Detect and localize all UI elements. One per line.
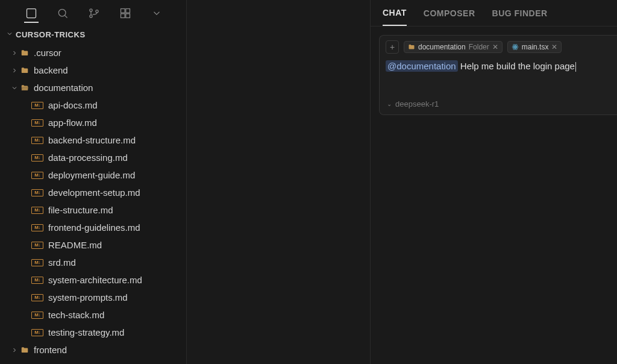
file-item[interactable]: M↓system-architecture.md bbox=[0, 271, 186, 289]
item-label: README.md bbox=[48, 240, 102, 250]
tab-chat[interactable]: CHAT bbox=[383, 1, 407, 26]
chat-panel: CHAT COMPOSER BUG FINDER + documentation… bbox=[370, 0, 617, 364]
chevron-down-icon[interactable] bbox=[149, 6, 164, 20]
file-item[interactable]: M↓README.md bbox=[0, 236, 186, 254]
item-label: tech-stack.md bbox=[48, 310, 104, 320]
item-label: .cursor bbox=[34, 48, 61, 58]
chevron-right-icon bbox=[10, 49, 19, 57]
chevron-down-icon bbox=[10, 84, 19, 92]
file-item[interactable]: M↓development-setup.md bbox=[0, 184, 186, 201]
explorer-header[interactable]: CURSOR-TRICKS bbox=[0, 27, 186, 43]
markdown-icon: M↓ bbox=[31, 189, 43, 196]
explorer-icon[interactable] bbox=[24, 8, 39, 23]
markdown-icon: M↓ bbox=[31, 329, 43, 336]
file-item[interactable]: M↓data-processing.md bbox=[0, 149, 186, 166]
context-chip-main[interactable]: main.tsx ✕ bbox=[507, 41, 562, 53]
item-label: data-processing.md bbox=[48, 152, 128, 163]
item-label: backend bbox=[34, 65, 68, 75]
item-label: srd.md bbox=[48, 257, 76, 268]
chevron-right-icon bbox=[10, 347, 19, 354]
svg-rect-6 bbox=[126, 9, 130, 13]
svg-point-2 bbox=[90, 9, 92, 11]
search-icon[interactable] bbox=[55, 6, 70, 20]
markdown-icon: M↓ bbox=[31, 207, 43, 214]
context-chips-row: + documentation Folder ✕ main.tsx ✕ bbox=[380, 36, 617, 58]
file-item[interactable]: M↓testing-strategy.md bbox=[0, 324, 186, 341]
item-label: development-setup.md bbox=[48, 187, 140, 198]
folder-item[interactable]: .cursor bbox=[0, 44, 186, 61]
tab-bugfinder[interactable]: BUG FINDER bbox=[492, 1, 548, 25]
file-item[interactable]: M↓system-prompts.md bbox=[0, 289, 186, 306]
context-chip-documentation[interactable]: documentation Folder ✕ bbox=[404, 41, 503, 53]
close-icon[interactable]: ✕ bbox=[492, 43, 498, 51]
markdown-icon: M↓ bbox=[31, 312, 43, 319]
folder-item[interactable]: backend bbox=[0, 61, 186, 79]
folder-icon bbox=[19, 48, 30, 58]
svg-point-3 bbox=[90, 15, 92, 17]
input-text: Help me build the login page bbox=[460, 61, 575, 71]
file-item[interactable]: M↓srd.md bbox=[0, 254, 186, 271]
chevron-down-icon[interactable]: ⌄ bbox=[387, 101, 392, 107]
file-item[interactable]: M↓backend-structure.md bbox=[0, 131, 186, 149]
add-context-button[interactable]: + bbox=[386, 40, 399, 54]
item-label: documentation bbox=[34, 83, 93, 93]
svg-rect-8 bbox=[126, 14, 130, 18]
file-item[interactable]: M↓frontend-guidelines.md bbox=[0, 219, 186, 236]
chat-box: + documentation Folder ✕ main.tsx ✕ bbox=[379, 35, 617, 115]
text-cursor bbox=[575, 62, 576, 72]
markdown-icon: M↓ bbox=[31, 242, 43, 249]
item-label: deployment-guide.md bbox=[48, 170, 135, 180]
chip-name: main.tsx bbox=[522, 43, 549, 51]
file-item[interactable]: M↓deployment-guide.md bbox=[0, 166, 186, 184]
chat-container: + documentation Folder ✕ main.tsx ✕ bbox=[371, 27, 617, 115]
model-selector[interactable]: deepseek-r1 bbox=[395, 99, 439, 108]
item-label: app-flow.md bbox=[48, 118, 97, 128]
markdown-icon: M↓ bbox=[31, 277, 43, 284]
file-item[interactable]: M↓api-docs.md bbox=[0, 96, 186, 114]
svg-rect-7 bbox=[121, 14, 125, 18]
markdown-icon: M↓ bbox=[31, 259, 43, 266]
svg-rect-5 bbox=[121, 9, 125, 13]
tab-composer[interactable]: COMPOSER bbox=[424, 1, 475, 25]
chevron-right-icon bbox=[10, 67, 19, 74]
file-tree: .cursorbackenddocumentationM↓api-docs.md… bbox=[0, 43, 186, 364]
folder-icon bbox=[19, 83, 30, 93]
svg-point-9 bbox=[515, 46, 516, 48]
item-label: api-docs.md bbox=[48, 100, 98, 110]
sidebar: CURSOR-TRICKS .cursorbackenddocumentatio… bbox=[0, 0, 187, 364]
svg-point-0 bbox=[58, 9, 66, 16]
folder-item[interactable]: documentation bbox=[0, 79, 186, 96]
item-label: testing-strategy.md bbox=[48, 327, 124, 337]
editor-area bbox=[187, 0, 370, 364]
file-item[interactable]: M↓file-structure.md bbox=[0, 201, 186, 219]
item-label: frontend bbox=[34, 345, 67, 355]
item-label: backend-structure.md bbox=[48, 135, 136, 145]
mention-tag: @documentation bbox=[386, 60, 458, 72]
markdown-icon: M↓ bbox=[31, 137, 43, 144]
svg-point-4 bbox=[96, 10, 98, 13]
chip-type: Folder bbox=[469, 43, 489, 51]
panel-tabs: CHAT COMPOSER BUG FINDER bbox=[371, 0, 617, 27]
chat-input[interactable]: @documentation Help me build the login p… bbox=[380, 58, 617, 77]
source-control-icon[interactable] bbox=[87, 6, 101, 20]
activity-bar bbox=[0, 0, 186, 27]
item-label: system-prompts.md bbox=[48, 292, 128, 303]
chevron-down-icon bbox=[6, 30, 13, 39]
folder-item[interactable]: frontend bbox=[0, 341, 186, 359]
chip-name: documentation bbox=[418, 43, 466, 51]
extensions-icon[interactable] bbox=[118, 6, 133, 20]
project-title: CURSOR-TRICKS bbox=[16, 30, 86, 39]
item-label: file-structure.md bbox=[48, 205, 113, 215]
folder-icon bbox=[19, 345, 30, 356]
item-label: frontend-guidelines.md bbox=[48, 222, 140, 233]
file-item[interactable]: M↓app-flow.md bbox=[0, 114, 186, 131]
markdown-icon: M↓ bbox=[31, 172, 43, 179]
chat-footer: ⌄ deepseek-r1 bbox=[380, 93, 617, 115]
markdown-icon: M↓ bbox=[31, 119, 43, 127]
markdown-icon: M↓ bbox=[31, 154, 43, 162]
file-item[interactable]: M↓tech-stack.md bbox=[0, 306, 186, 324]
folder-icon bbox=[19, 65, 30, 76]
react-icon bbox=[512, 43, 519, 51]
close-icon[interactable]: ✕ bbox=[551, 43, 557, 51]
item-label: system-architecture.md bbox=[48, 275, 142, 285]
